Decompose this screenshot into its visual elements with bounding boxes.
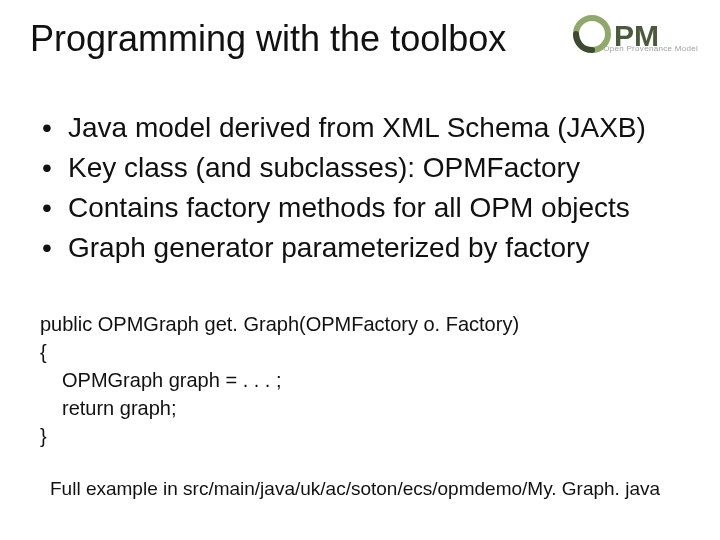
code-line: return graph;: [40, 394, 519, 422]
bullet-list: • Java model derived from XML Schema (JA…: [42, 108, 646, 268]
opm-logo: PM: [570, 10, 700, 70]
slide: Programming with the toolbox PM Open Pro…: [0, 0, 720, 540]
list-item: • Java model derived from XML Schema (JA…: [42, 108, 646, 148]
list-item: • Contains factory methods for all OPM o…: [42, 188, 646, 228]
bullet-text: Java model derived from XML Schema (JAXB…: [68, 108, 646, 148]
bullet-text: Key class (and subclasses): OPMFactory: [68, 148, 580, 188]
list-item: • Key class (and subclasses): OPMFactory: [42, 148, 646, 188]
bullet-dot-icon: •: [42, 148, 68, 188]
bullet-text: Graph generator parameterized by factory: [68, 228, 589, 268]
bullet-text: Contains factory methods for all OPM obj…: [68, 188, 630, 228]
list-item: • Graph generator parameterized by facto…: [42, 228, 646, 268]
code-block: public OPMGraph get. Graph(OPMFactory o.…: [40, 310, 519, 450]
bullet-dot-icon: •: [42, 108, 68, 148]
bullet-dot-icon: •: [42, 228, 68, 268]
code-line: OPMGraph graph = . . . ;: [40, 366, 519, 394]
footnote: Full example in src/main/java/uk/ac/soto…: [50, 478, 660, 500]
bullet-dot-icon: •: [42, 188, 68, 228]
page-title: Programming with the toolbox: [30, 18, 506, 60]
code-line: }: [40, 422, 519, 450]
code-line: public OPMGraph get. Graph(OPMFactory o.…: [40, 310, 519, 338]
code-line: {: [40, 338, 519, 366]
logo-subtitle: Open Provenance Model: [603, 44, 698, 53]
